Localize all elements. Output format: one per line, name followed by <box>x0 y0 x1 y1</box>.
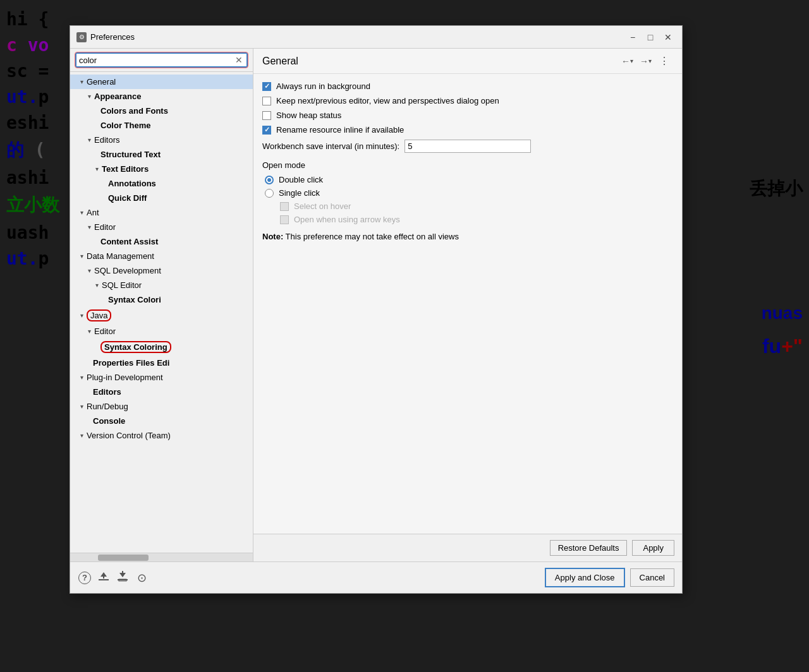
svg-marker-1 <box>100 572 107 579</box>
tree-item-sql-editor[interactable]: ▾ SQL Editor <box>70 278 253 292</box>
more-options-button[interactable]: ⋮ <box>655 54 673 68</box>
tree-item-text-editors[interactable]: ▾ Text Editors <box>70 162 253 176</box>
tree-item-version-control[interactable]: ▾ Version Control (Team) <box>70 428 253 443</box>
apply-button[interactable]: Apply <box>632 540 674 556</box>
apply-and-close-button[interactable]: Apply and Close <box>545 568 625 587</box>
bg-right-text-3: fu+" <box>762 335 803 358</box>
tree-item-color-theme[interactable]: Color Theme <box>70 118 253 133</box>
tree-label-properties-files: Properties Files Edi <box>93 358 169 368</box>
label-open-arrow: Open when using arrow keys <box>294 215 400 224</box>
scrollbar-thumb[interactable] <box>98 555 149 561</box>
tree-label-ant: Ant <box>87 208 99 217</box>
forward-dropdown-icon[interactable]: ▾ <box>648 57 652 64</box>
tree-label-annotations: Annotations <box>108 179 156 188</box>
tree-label-console: Console <box>93 416 125 426</box>
link-button[interactable]: ⊙ <box>135 571 149 585</box>
help-button[interactable]: ? <box>78 571 92 585</box>
tree-item-data-management[interactable]: ▾ Data Management <box>70 249 253 263</box>
back-dropdown-icon[interactable]: ▾ <box>630 57 633 64</box>
bg-right-text-1: 丢掉小 <box>750 177 803 201</box>
expand-icon-appearance: ▾ <box>85 93 93 100</box>
import-button[interactable] <box>97 571 111 585</box>
pref-row-keep-editor: Keep next/previous editor, view and pers… <box>262 96 673 105</box>
tree-item-sql-development[interactable]: ▾ SQL Development <box>70 263 253 278</box>
save-interval-input[interactable] <box>404 140 531 153</box>
help-icon: ? <box>78 572 91 584</box>
forward-button[interactable]: → ▾ <box>637 55 654 68</box>
note-text: This preference may not take effect on a… <box>286 232 459 241</box>
forward-icon: → <box>640 56 648 66</box>
tree-item-editors-plugin[interactable]: Editors <box>70 385 253 399</box>
save-interval-label: Workbench save interval (in minutes): <box>262 141 399 151</box>
tree-item-java[interactable]: ▾ Java <box>70 307 253 324</box>
back-icon: ← <box>621 56 630 66</box>
radio-double-click[interactable] <box>265 176 274 184</box>
restore-defaults-button[interactable]: Restore Defaults <box>550 540 628 556</box>
tree-item-editors[interactable]: ▾ Editors <box>70 133 253 147</box>
checkbox-select-hover[interactable] <box>280 202 289 211</box>
search-input[interactable] <box>79 56 234 65</box>
tree-item-syntax-coloring-java[interactable]: Syntax Coloring <box>70 339 253 356</box>
checkbox-show-heap[interactable] <box>262 111 271 120</box>
checkbox-open-arrow[interactable] <box>280 215 289 224</box>
back-button[interactable]: ← ▾ <box>619 55 636 68</box>
link-icon: ⊙ <box>137 571 147 585</box>
tree-item-colors-fonts[interactable]: Colors and Fonts <box>70 104 253 118</box>
close-button[interactable]: ✕ <box>660 30 676 44</box>
svg-rect-0 <box>99 579 109 580</box>
right-panel-title: General <box>262 56 298 67</box>
tree-item-appearance[interactable]: ▾ Appearance <box>70 89 253 104</box>
save-interval-row: Workbench save interval (in minutes): <box>262 140 673 153</box>
tree-label-editors-plugin: Editors <box>93 387 121 397</box>
tree-container[interactable]: ▾ General ▾ Appearance Col <box>70 72 253 553</box>
minimize-button[interactable]: − <box>625 30 640 44</box>
tree-item-ant[interactable]: ▾ Ant <box>70 205 253 220</box>
tree-item-console[interactable]: Console <box>70 414 253 428</box>
tree-item-editor-java[interactable]: ▾ Editor <box>70 324 253 339</box>
tree-item-syntax-coloring-sql[interactable]: Syntax Colori <box>70 292 253 307</box>
tree-item-annotations[interactable]: Annotations <box>70 176 253 191</box>
tree-item-structured-text[interactable]: Structured Text <box>70 147 253 162</box>
tree-item-editor-ant[interactable]: ▾ Editor <box>70 220 253 234</box>
right-header: General ← ▾ → ▾ ⋮ <box>253 49 682 74</box>
title-bar-left: ⚙ Preferences <box>76 32 135 42</box>
tree-label-general: General <box>87 77 116 87</box>
checkbox-always-run[interactable] <box>262 82 271 91</box>
tree-label-editor-java: Editor <box>94 327 116 336</box>
tree-item-quick-diff[interactable]: Quick Diff <box>70 191 253 205</box>
tree-label-color-theme: Color Theme <box>100 121 150 130</box>
expand-icon-sql-development: ▾ <box>85 267 93 274</box>
cancel-button[interactable]: Cancel <box>630 568 674 587</box>
tree-label-plugin-development: Plug-in Development <box>87 373 163 382</box>
tree-label-sql-development: SQL Development <box>94 266 161 275</box>
pref-row-rename-resource: Rename resource inline if available <box>262 125 673 135</box>
tree-label-data-management: Data Management <box>87 251 154 261</box>
search-box: ✕ <box>70 49 253 72</box>
sub-option-row-open-arrow: Open when using arrow keys <box>262 215 673 224</box>
tree-label-editor-ant: Editor <box>94 222 116 232</box>
pref-row-show-heap: Show heap status <box>262 111 673 120</box>
open-mode-label: Open mode <box>262 160 673 170</box>
checkbox-keep-editor[interactable] <box>262 97 271 105</box>
tree-label-version-control: Version Control (Team) <box>87 431 171 440</box>
horizontal-scrollbar[interactable] <box>70 553 253 561</box>
radio-single-click[interactable] <box>265 189 274 198</box>
tree-item-run-debug[interactable]: ▾ Run/Debug <box>70 399 253 414</box>
tree-item-content-assist[interactable]: Content Assist <box>70 234 253 249</box>
bottom-button-bar: Restore Defaults Apply <box>253 534 682 561</box>
tree-item-plugin-development[interactable]: ▾ Plug-in Development <box>70 370 253 385</box>
import-icon <box>97 570 110 585</box>
dialog-title: Preferences <box>90 32 135 42</box>
search-clear-button[interactable]: ✕ <box>234 55 244 65</box>
label-rename-resource: Rename resource inline if available <box>276 125 404 135</box>
right-panel: General ← ▾ → ▾ ⋮ <box>253 49 682 561</box>
tree-label-content-assist: Content Assist <box>100 237 158 246</box>
expand-icon-editor-java: ▾ <box>85 328 93 335</box>
checkbox-rename-resource[interactable] <box>262 126 271 135</box>
maximize-button[interactable]: □ <box>643 30 658 44</box>
title-bar: ⚙ Preferences − □ ✕ <box>70 26 682 49</box>
export-button[interactable] <box>116 571 130 585</box>
tree-item-general[interactable]: ▾ General <box>70 75 253 89</box>
tree-item-properties-files[interactable]: Properties Files Edi <box>70 356 253 370</box>
expand-icon-version-control: ▾ <box>78 432 85 439</box>
